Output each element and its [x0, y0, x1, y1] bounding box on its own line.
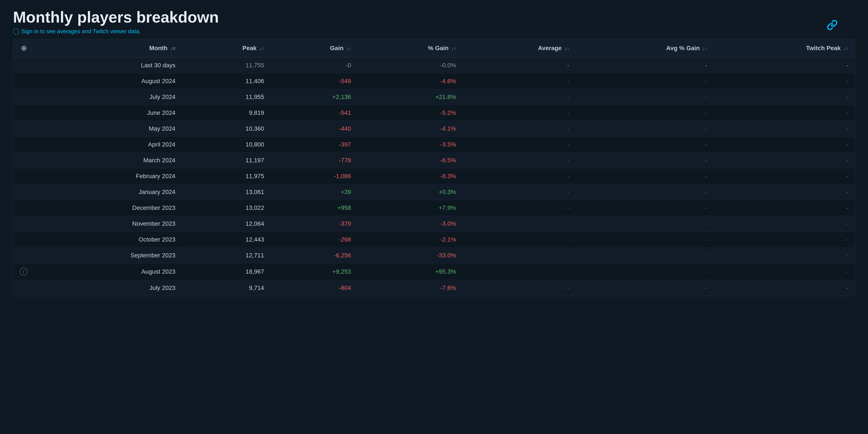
drag-cell — [13, 232, 34, 248]
col-pct-gain-header[interactable]: % Gain ↓↑ — [358, 39, 463, 57]
pct-gain-cell: -7.6% — [358, 280, 463, 296]
pct-gain-cell: +95.3% — [358, 264, 463, 280]
average-sort-icon: ↓↑ — [564, 46, 569, 51]
sign-in-notice[interactable]: Sign in to see averages and Twitch viewe… — [13, 28, 855, 35]
month-cell: June 2024 — [34, 105, 182, 121]
twitch-peak-sort-icon: ↓↑ — [843, 46, 848, 51]
avg-pct-gain-cell: - — [576, 153, 714, 168]
avg-pct-gain-cell: - — [576, 73, 714, 89]
average-cell: - — [463, 184, 576, 200]
drag-cell — [13, 121, 34, 137]
peak-cell: 11,975 — [182, 168, 271, 184]
pct-gain-cell: -2.1% — [358, 232, 463, 248]
link-icon[interactable] — [827, 20, 838, 33]
average-cell: - — [463, 137, 576, 153]
average-cell: - — [463, 280, 576, 296]
avg-pct-gain-sort-icon: ↓↑ — [703, 46, 707, 51]
average-cell: - — [463, 89, 576, 105]
gain-cell: -541 — [271, 105, 358, 121]
table-row: May 202410,360-440-4.1%--- — [13, 121, 855, 137]
month-cell: December 2023 — [34, 200, 182, 216]
gain-cell: +9,253 — [271, 264, 358, 280]
avg-pct-gain-cell: - — [576, 216, 714, 232]
month-cell: October 2023 — [34, 232, 182, 248]
peak-sort-icon: ↓↑ — [259, 46, 264, 51]
gain-cell: -804 — [271, 280, 358, 296]
table-header-row: ⊕ Month ↓= Peak ↓↑ Gain ↓↑ — [13, 39, 855, 57]
peak-cell: 10,360 — [182, 121, 271, 137]
drag-cell — [13, 200, 34, 216]
peak-cell: 10,800 — [182, 137, 271, 153]
drag-cell — [13, 216, 34, 232]
gain-cell: -379 — [271, 216, 358, 232]
table-row: February 202411,975-1,086-8.3%--- — [13, 168, 855, 184]
peak-cell: 12,711 — [182, 248, 271, 264]
col-average-header[interactable]: Average ↓↑ — [463, 39, 576, 57]
twitch-peak-cell: - — [714, 248, 855, 264]
average-cell: - — [463, 168, 576, 184]
table-row: March 202411,197-778-6.5%--- — [13, 153, 855, 168]
average-cell: - — [463, 248, 576, 264]
avg-pct-gain-cell: - — [576, 232, 714, 248]
twitch-peak-cell: - — [714, 216, 855, 232]
twitch-peak-cell: - — [714, 57, 855, 73]
pct-gain-cell: -33.0% — [358, 248, 463, 264]
pct-gain-cell: -4.6% — [358, 73, 463, 89]
gain-cell: -1,086 — [271, 168, 358, 184]
peak-cell: 11,197 — [182, 153, 271, 168]
col-gain-header[interactable]: Gain ↓↑ — [271, 39, 358, 57]
month-cell: Last 30 days — [34, 57, 182, 73]
average-cell: - — [463, 200, 576, 216]
twitch-peak-cell: - — [714, 153, 855, 168]
data-table-container: ⊕ Month ↓= Peak ↓↑ Gain ↓↑ — [13, 39, 855, 296]
table-row: Last 30 days11,755-0-0.0%--- — [13, 57, 855, 73]
twitch-peak-cell: - — [714, 73, 855, 89]
pct-gain-cell: -3.0% — [358, 216, 463, 232]
month-cell: July 2023 — [34, 280, 182, 296]
table-row: iAugust 202318,967+9,253+95.3%--- — [13, 264, 855, 280]
twitch-peak-cell: - — [714, 200, 855, 216]
pct-gain-cell: -4.1% — [358, 121, 463, 137]
avg-pct-gain-cell: - — [576, 57, 714, 73]
table-row: October 202312,443-268-2.1%--- — [13, 232, 855, 248]
col-month-header[interactable]: Month ↓= — [34, 39, 182, 57]
col-peak-header[interactable]: Peak ↓↑ — [182, 39, 271, 57]
month-cell: August 2024 — [34, 73, 182, 89]
avg-pct-gain-cell: - — [576, 121, 714, 137]
peak-cell: 11,755 — [182, 57, 271, 73]
peak-cell: 11,955 — [182, 89, 271, 105]
gain-cell: -778 — [271, 153, 358, 168]
table-row: September 202312,711-6,256-33.0%--- — [13, 248, 855, 264]
peak-cell: 12,443 — [182, 232, 271, 248]
pct-gain-cell: -5.2% — [358, 105, 463, 121]
average-cell: - — [463, 121, 576, 137]
table-row: April 202410,800-397-3.5%--- — [13, 137, 855, 153]
peak-cell: 18,967 — [182, 264, 271, 280]
info-icon: i — [20, 268, 28, 276]
col-drag: ⊕ — [13, 39, 34, 57]
gain-cell: -549 — [271, 73, 358, 89]
pct-gain-cell: -8.3% — [358, 168, 463, 184]
col-twitch-peak-header[interactable]: Twitch Peak ↓↑ — [714, 39, 855, 57]
average-cell: - — [463, 232, 576, 248]
drag-cell — [13, 105, 34, 121]
col-avg-pct-gain-header[interactable]: Avg % Gain ↓↑ — [576, 39, 714, 57]
average-cell: - — [463, 153, 576, 168]
gain-cell: -0 — [271, 57, 358, 73]
gain-cell: +2,136 — [271, 89, 358, 105]
pct-gain-cell: +7.9% — [358, 200, 463, 216]
twitch-peak-cell: - — [714, 264, 855, 280]
table-row: November 202312,064-379-3.0%--- — [13, 216, 855, 232]
pct-gain-cell: +21.8% — [358, 89, 463, 105]
month-cell: September 2023 — [34, 248, 182, 264]
page-header: Monthly players breakdown Sign in to see… — [13, 9, 855, 35]
twitch-peak-cell: - — [714, 280, 855, 296]
avg-pct-gain-cell: - — [576, 168, 714, 184]
table-row: January 202413,061+39+0.3%--- — [13, 184, 855, 200]
avg-pct-gain-cell: - — [576, 89, 714, 105]
gain-cell: +958 — [271, 200, 358, 216]
drag-cell: i — [13, 264, 34, 280]
month-cell: November 2023 — [34, 216, 182, 232]
monthly-breakdown-table: ⊕ Month ↓= Peak ↓↑ Gain ↓↑ — [13, 39, 855, 296]
twitch-peak-cell: - — [714, 232, 855, 248]
